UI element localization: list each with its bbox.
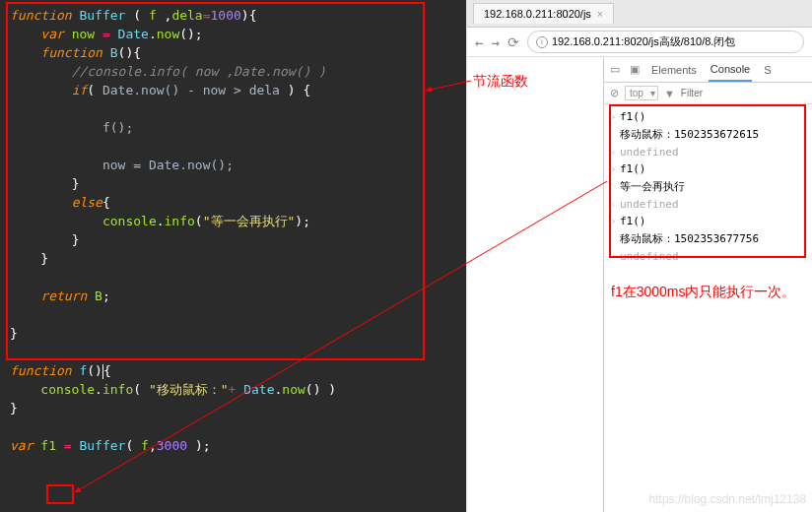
code-editor: function Buffer ( f ,dela=1000){ var now… [0,0,466,512]
tab-console[interactable]: Console [709,58,752,82]
devtools-tabs: ▭ ▣ Elements Console S [604,57,812,83]
console-line: 移动鼠标：1502353672615 [606,125,810,144]
back-icon[interactable]: ← [475,34,483,50]
forward-icon[interactable]: → [491,34,499,50]
console-line: 等一会再执行 [606,177,810,196]
console-line: 移动鼠标：1502353677756 [606,229,810,248]
console-line: undefined [606,248,810,265]
url-input[interactable]: i 192.168.0.211:8020/js高级/810/8.闭包 [527,31,804,53]
fn-buffer: Buffer [79,8,125,23]
annotation-f1: f1在3000ms内只能执行一次。 [611,282,808,301]
console-output: f1()移动鼠标：1502353672615undefinedf1()等一会再执… [604,104,812,269]
console-line: undefined [606,196,810,213]
filter-input[interactable] [681,88,720,98]
url-text: 192.168.0.211:8020/js高级/810/8.闭包 [552,34,736,49]
annotation-throttle: 节流函数 [473,73,528,91]
tab-elements[interactable]: Elements [649,59,699,81]
reload-icon[interactable]: ⟳ [508,34,519,50]
code-block: function Buffer ( f ,dela=1000){ var now… [0,0,466,461]
watermark: https://blog.csdn.net/lmj12138 [649,492,806,506]
console-line: undefined [606,144,810,160]
browser-tab[interactable]: 192.168.0.211:8020/js × [473,3,614,24]
context-selector[interactable]: top [625,86,658,100]
site-info-icon[interactable]: i [536,36,548,48]
tab-title: 192.168.0.211:8020/js [484,8,591,20]
clear-icon[interactable]: ⊘ [610,87,619,99]
close-icon[interactable]: × [597,9,603,20]
console-line: f1() [606,160,810,177]
kw-function: function [10,8,72,23]
tab-sources[interactable]: S [762,59,773,81]
browser-tabbar: 192.168.0.211:8020/js × [467,0,812,28]
inspect-icon[interactable]: ▭ [610,63,620,76]
console-line: f1() [606,108,810,125]
console-toolbar: ⊘ top ▼ [604,83,812,104]
console-line: f1() [606,213,810,229]
filter-icon[interactable]: ▼ [664,88,675,99]
device-icon[interactable]: ▣ [630,63,640,76]
address-bar: ← → ⟳ i 192.168.0.211:8020/js高级/810/8.闭包 [467,28,812,57]
